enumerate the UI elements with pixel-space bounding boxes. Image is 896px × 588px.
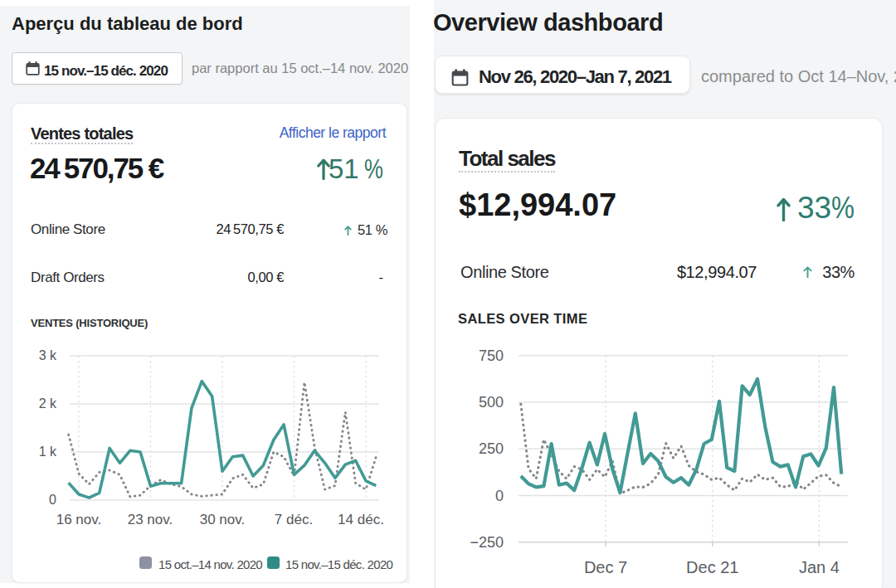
svg-text:2 k: 2 k	[39, 396, 57, 411]
svg-text:0: 0	[495, 488, 504, 504]
svg-text:250: 250	[479, 440, 504, 457]
svg-text:−250: −250	[470, 534, 504, 551]
svg-text:30 nov.: 30 nov.	[200, 512, 246, 527]
svg-text:16 nov.: 16 nov.	[56, 512, 102, 527]
svg-text:0: 0	[49, 493, 56, 507]
svg-text:Jan 4: Jan 4	[799, 558, 840, 576]
svg-text:750: 750	[479, 347, 504, 364]
svg-text:23 nov.: 23 nov.	[128, 512, 173, 527]
svg-text:Dec 7: Dec 7	[584, 558, 627, 576]
svg-text:3 k: 3 k	[39, 348, 57, 362]
svg-text:7 déc.: 7 déc.	[275, 512, 313, 527]
svg-text:1 k: 1 k	[39, 445, 57, 459]
svg-text:Dec 21: Dec 21	[686, 558, 738, 576]
svg-text:14 déc.: 14 déc.	[338, 512, 384, 527]
svg-text:500: 500	[479, 394, 504, 411]
